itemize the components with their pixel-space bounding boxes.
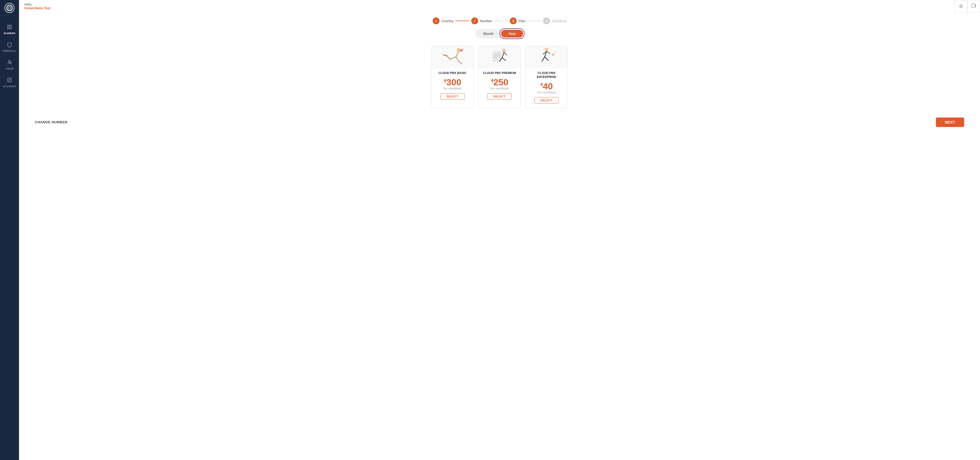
svg-point-2 <box>7 25 8 26</box>
change-number-button[interactable]: CHANGE NUMBER <box>35 120 68 124</box>
svg-rect-12 <box>8 78 11 82</box>
svg-point-3 <box>9 25 10 26</box>
plan-premium-price: ₹ 250 <box>491 78 509 87</box>
plan-basic-name: CLOUD PBX BASIC <box>436 68 469 76</box>
bottom-actions: CHANGE NUMBER NEXT <box>19 117 980 127</box>
user-name: Gobal-Demo Test <box>24 6 50 10</box>
plan-enterprise-amount: 40 <box>543 82 553 90</box>
sidebar-nav: NUMBER FIREWALL VOICE <box>0 19 19 460</box>
step-checkout-label: Checkout <box>552 19 566 23</box>
plan-basic-amount: 300 <box>446 78 461 87</box>
svg-point-16 <box>457 48 460 52</box>
svg-point-23 <box>460 49 463 52</box>
billing-toggle-wrap: Month Year <box>19 29 980 38</box>
step-plan: 3 Plan <box>510 17 525 24</box>
svg-line-20 <box>443 55 447 56</box>
plan-basic-image <box>432 46 473 68</box>
number-icon <box>7 24 12 30</box>
plan-enterprise-per: Per user/Month <box>538 91 555 94</box>
svg-line-33 <box>504 52 507 55</box>
plan-enterprise-currency: ₹ <box>540 83 543 87</box>
plan-premium-image <box>479 46 520 68</box>
svg-point-24 <box>462 49 464 50</box>
step-number-circle: ✓ <box>471 17 478 24</box>
step-plan-circle: 3 <box>510 17 517 24</box>
plan-premium-per: Per user/Month <box>490 87 509 90</box>
plan-basic-price: ₹ 300 <box>444 78 461 87</box>
year-toggle-button[interactable]: Year <box>501 30 523 38</box>
svg-point-1 <box>8 6 11 9</box>
plan-premium-amount: 250 <box>493 78 509 87</box>
logout-button[interactable] <box>967 0 980 13</box>
gear-icon: ⚙ <box>959 3 963 9</box>
step-checkout: 4 Checkout <box>543 17 566 24</box>
sidebar-item-label-account: ACCOUNT <box>3 85 16 88</box>
plan-enterprise-name: CLOUD PBX ENTERPRISE <box>526 68 567 81</box>
sidebar-item-label-number: NUMBER <box>4 32 16 35</box>
step-checkout-circle: 4 <box>543 17 550 24</box>
plan-enterprise-price: ₹ 40 <box>540 82 553 90</box>
plan-card-enterprise: CLOUD PBX ENTERPRISE ₹ 40 Per user/Month… <box>525 46 568 108</box>
sidebar-item-label-firewall: FIREWALL <box>3 49 17 52</box>
svg-line-30 <box>502 52 504 58</box>
svg-point-9 <box>9 28 10 29</box>
month-toggle-button[interactable]: Month <box>476 30 501 38</box>
step-country: ✓ Country <box>433 17 453 24</box>
top-right-actions: ⚙ <box>955 0 980 13</box>
svg-point-0 <box>6 5 13 11</box>
app-logo <box>0 0 19 16</box>
svg-line-36 <box>542 57 545 61</box>
hello-text: Hello, <box>24 3 32 6</box>
svg-point-11 <box>8 60 11 63</box>
svg-line-32 <box>502 58 506 60</box>
sidebar-item-voice[interactable]: VOICE <box>0 56 19 73</box>
step-country-label: Country <box>441 19 453 23</box>
svg-line-39 <box>547 51 550 54</box>
svg-point-8 <box>7 28 8 29</box>
plan-premium-select-button[interactable]: SELECT <box>487 93 512 100</box>
plan-premium-currency: ₹ <box>491 79 493 83</box>
sidebar-item-account[interactable]: ACCOUNT <box>0 74 19 90</box>
voice-icon <box>7 60 12 66</box>
sidebar-item-firewall[interactable]: FIREWALL <box>0 38 19 55</box>
svg-point-4 <box>11 25 12 26</box>
step-number: ✓ Number <box>471 17 492 24</box>
sidebar-item-label-voice: VOICE <box>5 67 14 70</box>
plan-basic-select-button[interactable]: SELECT <box>440 93 465 100</box>
svg-point-34 <box>545 48 548 51</box>
svg-line-37 <box>545 57 548 60</box>
connector-3 <box>527 21 541 21</box>
sidebar: NUMBER FIREWALL VOICE <box>0 0 19 460</box>
svg-point-6 <box>9 26 10 27</box>
plan-basic-per: Per user/Month <box>444 87 461 90</box>
svg-line-22 <box>458 61 462 64</box>
plan-enterprise-image <box>526 46 567 68</box>
plans-container: CLOUD PBX BASIC ₹ 300 Per user/Month SEL… <box>19 46 980 108</box>
logo-icon <box>5 3 14 13</box>
svg-line-18 <box>450 57 456 59</box>
account-icon <box>7 78 12 83</box>
svg-line-19 <box>447 56 450 59</box>
sidebar-item-number[interactable]: NUMBER <box>0 21 19 37</box>
plan-enterprise-select-button[interactable]: SELECT <box>535 97 559 103</box>
svg-point-7 <box>11 26 12 27</box>
svg-point-5 <box>7 26 8 27</box>
firewall-icon <box>7 42 12 48</box>
billing-toggle: Month Year <box>475 29 524 38</box>
main-content: ⚙ Hello, Gobal-Demo Test ✓ Country ✓ Num… <box>19 0 980 460</box>
step-country-circle: ✓ <box>433 17 439 24</box>
next-button[interactable]: NEXT <box>936 117 964 127</box>
svg-line-17 <box>456 52 458 57</box>
connector-2 <box>494 21 508 21</box>
stepper: ✓ Country ✓ Number 3 Plan 4 Checkout <box>19 10 980 29</box>
svg-line-21 <box>456 57 458 61</box>
header-greeting: Hello, Gobal-Demo Test <box>19 0 980 10</box>
plan-card-premium: CLOUD PBX PREMIUM ₹ 250 Per user/Month S… <box>478 46 521 108</box>
settings-button[interactable]: ⚙ <box>955 0 967 13</box>
connector-1 <box>455 21 470 21</box>
logout-icon <box>971 3 976 10</box>
step-number-label: Number <box>480 19 492 23</box>
svg-rect-25 <box>493 51 501 62</box>
svg-point-29 <box>502 49 506 52</box>
plan-premium-name: CLOUD PBX PREMIUM <box>481 68 518 76</box>
